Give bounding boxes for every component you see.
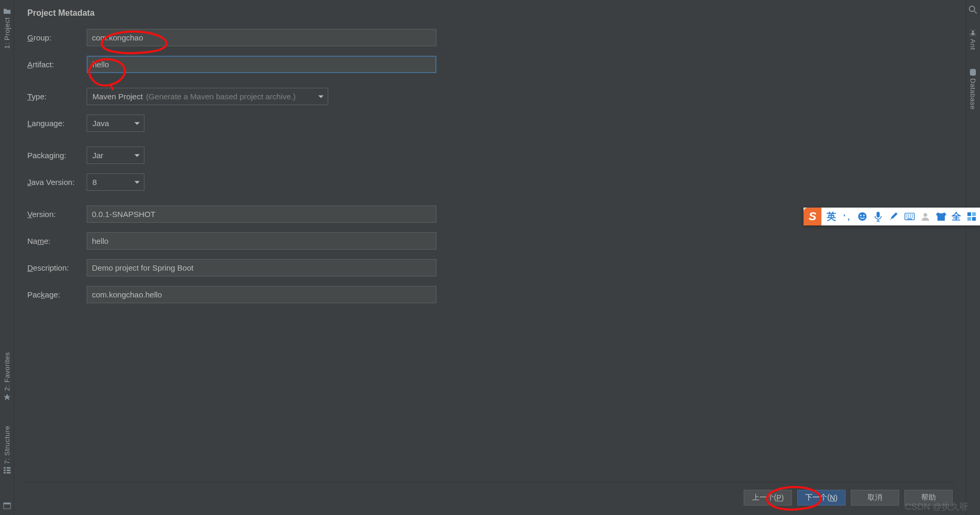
svg-point-27 — [924, 213, 927, 217]
grid-icon[interactable] — [966, 211, 977, 222]
mic-icon[interactable] — [873, 211, 883, 222]
right-tool-strip: Ant Database — [966, 0, 980, 515]
search-icon — [968, 5, 978, 15]
structure-tool[interactable]: 7: Structure — [0, 426, 14, 474]
java-version-select[interactable]: 8 — [87, 173, 144, 191]
version-label: Version: — [27, 210, 87, 219]
structure-icon — [3, 466, 11, 474]
watermark: CSDN @执久呀 — [905, 501, 968, 513]
artifact-input[interactable] — [87, 56, 436, 73]
database-tool[interactable]: Database — [966, 68, 980, 110]
folder-icon — [3, 7, 11, 15]
project-tool[interactable]: 1: Project — [0, 7, 14, 49]
chevron-down-icon — [134, 122, 140, 125]
description-label: Description: — [27, 263, 87, 272]
structure-label: 7: Structure — [3, 426, 11, 464]
ime-full[interactable]: 全 — [952, 210, 961, 223]
svg-line-9 — [974, 11, 977, 14]
type-hint: (Generate a Maven based project archive.… — [146, 92, 296, 101]
name-label: Name: — [27, 236, 87, 245]
svg-rect-2 — [4, 470, 6, 471]
type-value: Maven Project — [92, 92, 143, 101]
window-icon[interactable] — [3, 502, 11, 510]
group-label: Group: — [27, 33, 87, 42]
svg-rect-20 — [910, 214, 911, 215]
type-select[interactable]: Maven Project (Generate a Maven based pr… — [87, 88, 328, 105]
svg-rect-26 — [907, 219, 912, 220]
svg-rect-31 — [972, 217, 976, 221]
java-version-value: 8 — [92, 178, 97, 187]
package-label: Package: — [27, 290, 87, 299]
packaging-label: Packaging: — [27, 151, 87, 160]
divider — [25, 482, 955, 482]
svg-rect-22 — [906, 217, 908, 218]
svg-rect-19 — [908, 214, 909, 215]
package-input[interactable] — [87, 286, 436, 303]
svg-rect-4 — [4, 472, 6, 473]
ant-tool[interactable]: Ant — [966, 29, 980, 50]
svg-rect-18 — [906, 214, 908, 215]
favorites-label: 2: Favorites — [3, 352, 11, 391]
svg-rect-30 — [967, 217, 971, 221]
packaging-value: Jar — [92, 151, 103, 160]
punct-icon[interactable]: ' , — [841, 211, 852, 222]
svg-rect-0 — [4, 467, 6, 469]
language-select[interactable]: Java — [87, 115, 144, 132]
svg-point-14 — [860, 215, 862, 217]
svg-point-8 — [969, 6, 974, 12]
ime-toolbar[interactable]: S 英 ' , 全 — [804, 208, 980, 225]
svg-rect-29 — [972, 212, 976, 216]
svg-rect-7 — [4, 503, 11, 504]
svg-point-11 — [972, 33, 975, 36]
database-icon — [969, 68, 977, 76]
ant-icon — [969, 29, 977, 37]
ant-label: Ant — [969, 39, 977, 50]
svg-point-12 — [970, 69, 976, 71]
svg-rect-24 — [910, 217, 911, 218]
chevron-down-icon — [134, 181, 140, 183]
project-label: 1: Project — [3, 17, 11, 49]
svg-rect-23 — [908, 217, 909, 218]
svg-point-13 — [858, 212, 867, 221]
search-tool[interactable] — [966, 5, 980, 15]
user-icon[interactable] — [920, 211, 931, 222]
language-label: Language: — [27, 119, 87, 128]
svg-point-15 — [863, 215, 865, 217]
svg-rect-16 — [877, 212, 880, 218]
main-panel: Project Metadata Group: Artifact: Type: … — [14, 0, 966, 515]
svg-rect-3 — [7, 470, 11, 471]
emoji-icon[interactable] — [857, 211, 868, 222]
keyboard-icon[interactable] — [904, 211, 915, 222]
favorites-tool[interactable]: 2: Favorites — [0, 352, 14, 401]
ime-lang[interactable]: 英 — [827, 210, 836, 223]
left-tool-strip: 1: Project 2: Favorites 7: Structure — [0, 0, 14, 515]
version-input[interactable] — [87, 205, 436, 223]
next-button[interactable]: 下一个(N) — [797, 490, 846, 506]
database-label: Database — [969, 78, 977, 110]
type-label: Type: — [27, 92, 87, 101]
svg-rect-21 — [912, 214, 913, 215]
chevron-down-icon — [134, 154, 140, 157]
star-icon — [3, 393, 11, 401]
packaging-select[interactable]: Jar — [87, 147, 144, 164]
cancel-button[interactable]: 取消 — [851, 490, 899, 506]
language-value: Java — [92, 119, 109, 128]
svg-rect-1 — [7, 467, 11, 469]
description-input[interactable] — [87, 259, 436, 276]
java-version-label: Java Version: — [27, 178, 87, 187]
artifact-label: Artifact: — [27, 60, 87, 69]
brush-icon[interactable] — [889, 211, 899, 222]
sogou-logo-icon: S — [804, 208, 821, 225]
skin-icon[interactable] — [936, 211, 946, 222]
svg-rect-5 — [7, 472, 11, 473]
svg-rect-25 — [912, 217, 913, 218]
name-input[interactable] — [87, 232, 436, 250]
chevron-down-icon — [318, 95, 324, 98]
metadata-form: Group: Artifact: Type: Maven Project (Ge… — [27, 29, 966, 313]
previous-button[interactable]: 上一个(P) — [744, 490, 792, 506]
group-input[interactable] — [87, 29, 436, 46]
svg-rect-28 — [967, 212, 971, 216]
svg-point-10 — [972, 30, 974, 33]
page-title: Project Metadata — [27, 8, 95, 18]
